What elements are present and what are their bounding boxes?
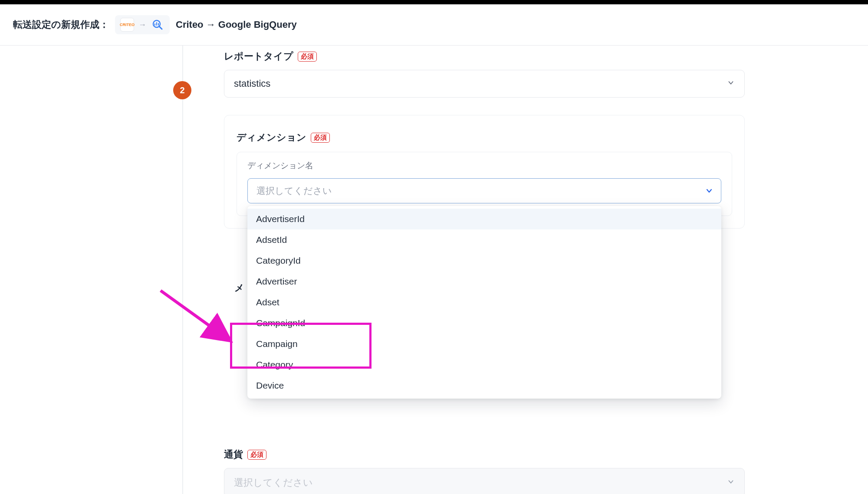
report-type-select[interactable]: statistics <box>224 70 745 98</box>
currency-placeholder: 選択してください <box>234 476 313 489</box>
dimension-option[interactable]: Advertiser <box>247 271 721 292</box>
required-tag: 必須 <box>311 133 330 143</box>
currency-select[interactable]: 選択してください <box>224 468 745 494</box>
route-label: Criteo → Google BigQuery <box>176 19 297 30</box>
currency-label: 通貨 必須 <box>224 448 266 461</box>
dimension-label-text: ディメンション <box>237 131 306 144</box>
dimension-panel: ディメンション 必須 ディメンション名 AdvertiserIdAdsetIdC… <box>224 115 745 229</box>
dimension-option[interactable]: AdsetId <box>247 229 721 250</box>
dimension-select-input[interactable] <box>247 178 721 203</box>
currency-label-text: 通貨 <box>224 448 243 461</box>
dimension-name-label: ディメンション名 <box>247 160 721 171</box>
dimension-option[interactable]: Category <box>247 354 721 375</box>
dimension-option[interactable]: Campaign <box>247 334 721 354</box>
dimension-option[interactable]: AdvertiserId <box>247 209 721 229</box>
dimension-label: ディメンション 必須 <box>237 131 330 144</box>
bigquery-logo-icon <box>151 18 164 32</box>
required-tag: 必須 <box>247 450 266 460</box>
form-column: レポートタイプ 必須 statistics ディメンション 必須 ディメンション… <box>224 46 745 229</box>
dimension-option[interactable]: Device <box>247 375 721 396</box>
metric-label-peek: メ <box>234 281 244 294</box>
page-header: 転送設定の新規作成： CRITEO → Criteo → Google BigQ… <box>0 4 868 46</box>
chevron-down-icon <box>727 478 735 488</box>
header-title-prefix: 転送設定の新規作成： <box>13 18 109 31</box>
step-vertical-rule <box>182 46 183 494</box>
dimension-option[interactable]: CampaignId <box>247 313 721 334</box>
annotation-arrow <box>156 286 239 347</box>
arrow-icon: → <box>138 20 146 29</box>
svg-line-2 <box>161 291 226 337</box>
dimension-combo: AdvertiserIdAdsetIdCategoryIdAdvertiserA… <box>247 178 721 203</box>
dimension-option[interactable]: Adset <box>247 292 721 313</box>
svg-line-1 <box>159 26 162 29</box>
report-type-value: statistics <box>234 78 270 89</box>
work-area: 2 レポートタイプ 必須 statistics ディメンション 必須 ディメンシ… <box>0 46 868 494</box>
dimension-dropdown[interactable]: AdvertiserIdAdsetIdCategoryIdAdvertiserA… <box>247 206 721 399</box>
required-tag: 必須 <box>298 52 317 62</box>
step-2-badge: 2 <box>173 81 191 99</box>
report-type-label: レポートタイプ 必須 <box>224 50 317 63</box>
dimension-option[interactable]: CategoryId <box>247 250 721 271</box>
chevron-down-icon <box>727 79 735 89</box>
connection-badge: CRITEO → <box>115 15 170 34</box>
criteo-logo-icon: CRITEO <box>120 18 134 32</box>
window-top-bar <box>0 0 868 4</box>
report-type-block: レポートタイプ 必須 statistics <box>224 50 745 98</box>
dimension-name-box: ディメンション名 AdvertiserIdAdsetIdCategoryIdAd… <box>237 152 732 216</box>
currency-block: 通貨 必須 選択してください <box>224 448 745 494</box>
report-type-label-text: レポートタイプ <box>224 50 293 63</box>
